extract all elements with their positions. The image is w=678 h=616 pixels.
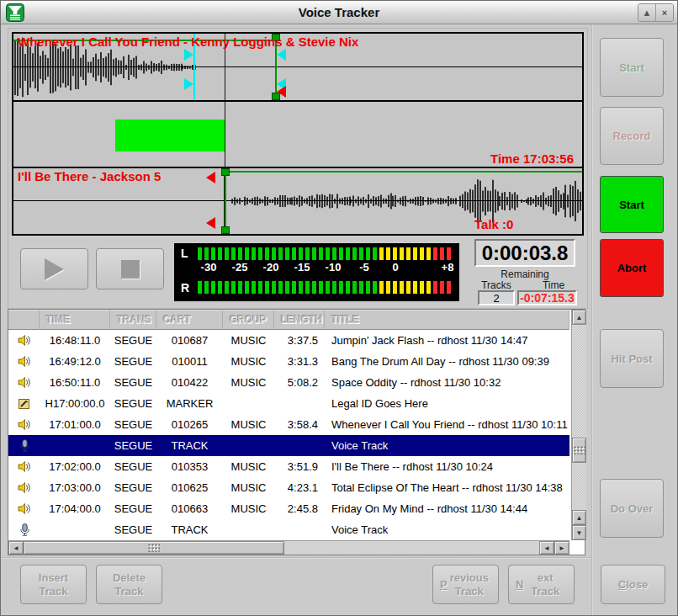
delete-track-button[interactable]: Delete Track (96, 565, 162, 604)
log-row[interactable]: 17:02:00.0SEGUE010353MUSIC3:51.9I'll Be … (8, 456, 569, 477)
column-header-time: TIME (40, 310, 110, 330)
vu-segment (272, 247, 276, 260)
vertical-scrollbar[interactable]: ▲ ▲ ▼ (571, 310, 586, 540)
vu-segment (245, 247, 249, 260)
vu-segment (373, 281, 377, 294)
speaker-icon (8, 456, 40, 477)
mic-icon (8, 435, 40, 456)
horizontal-scroll-thumb[interactable] (24, 541, 284, 555)
end-marker-icon[interactable] (277, 86, 286, 98)
vertical-scroll-track[interactable] (572, 325, 586, 510)
log-row[interactable]: 16:49:12.0SEGUE010011MUSIC3:31.3Bang The… (8, 351, 569, 372)
track2-start-marker[interactable] (225, 168, 226, 234)
log-row[interactable]: SEGUETRACKVoice Track (8, 519, 569, 540)
vu-segment (285, 281, 289, 294)
cell-time: 16:49:12.0 (40, 351, 110, 372)
cell-cart: MARKER (156, 393, 223, 414)
cell-time: 16:50:11.0 (40, 372, 110, 393)
cell-length: 3:58.4 (274, 414, 325, 435)
log-row[interactable]: 16:50:11.0SEGUE010422MUSIC5:08.2Space Od… (8, 372, 569, 393)
scroll-up-button[interactable]: ▲ (572, 310, 586, 325)
vu-segment (272, 281, 276, 294)
horizontal-scrollbar[interactable]: ◄ ◄ ► (8, 540, 569, 555)
start-playback-button[interactable]: Start (600, 38, 664, 97)
vu-segment (231, 281, 236, 294)
start-marker-icon[interactable] (206, 172, 215, 183)
vu-segment (278, 281, 283, 294)
cell-group: MUSIC (223, 477, 274, 498)
remaining-label: Remaining (474, 268, 575, 280)
vu-scale: -30-25-20-15-10-50+8 (174, 261, 459, 275)
vu-segment (265, 247, 269, 260)
start-handle-bottom[interactable] (221, 226, 230, 234)
cell-length (274, 519, 325, 540)
play-button[interactable] (20, 248, 88, 289)
vu-segment (225, 247, 229, 260)
start-next-button[interactable]: Start (600, 176, 664, 233)
close-window-button[interactable]: × (655, 4, 673, 21)
record-button[interactable]: Record (600, 107, 664, 165)
stop-button[interactable] (96, 248, 164, 289)
next-track-button[interactable]: Next Track (508, 565, 575, 604)
voice-track-panel[interactable]: Time 17:03:56 (13, 102, 582, 168)
do-over-button[interactable]: Do Over (600, 479, 664, 538)
vu-segment (440, 281, 444, 294)
track2-waveform-panel[interactable]: I'll Be There - Jackson 5 Talk :0 (13, 168, 582, 234)
abort-button[interactable]: Abort (600, 239, 664, 297)
cell-cart: 010265 (156, 414, 223, 435)
fade-marker-icon[interactable] (184, 49, 193, 61)
voice-track-region[interactable] (115, 119, 225, 151)
cell-trans: SEGUE (110, 330, 156, 351)
start-marker-icon[interactable] (206, 217, 215, 229)
scroll-right-button[interactable]: ► (554, 541, 569, 555)
cell-time: 17:01:00.0 (40, 414, 110, 435)
log-row[interactable]: 17:04:00.0SEGUE010663MUSIC2:45.8Friday O… (8, 498, 569, 519)
log-row[interactable]: 17:03:00.0SEGUE010625MUSIC4:23.1Total Ec… (8, 477, 569, 498)
cell-group (223, 393, 274, 414)
cell-cart: 010011 (156, 351, 223, 372)
cell-length: 3:31.3 (274, 351, 325, 372)
vu-segment (426, 281, 431, 294)
scroll-left-button-alt[interactable]: ◄ (539, 541, 554, 555)
cell-title: Jumpin' Jack Flash -- rdhost 11/30 14:47 (325, 330, 569, 351)
vu-segment (312, 247, 316, 260)
window-title: Voice Tracker (1, 1, 677, 24)
scroll-down-button[interactable]: ▼ (572, 525, 586, 540)
stop-icon (121, 260, 140, 279)
cell-length: 2:45.8 (274, 498, 325, 519)
shade-window-button[interactable]: ▲ (638, 4, 655, 21)
horizontal-scroll-track[interactable] (284, 541, 539, 555)
fade-marker-icon[interactable] (277, 49, 286, 61)
close-icon: × (662, 8, 667, 18)
cell-time: 17:02:00.0 (40, 456, 110, 477)
log-row[interactable]: H17:00:00.0SEGUEMARKERLegal ID Goes Here (8, 393, 569, 414)
scroll-left-button[interactable]: ◄ (8, 541, 24, 555)
log-row[interactable]: SEGUETRACKVoice Track (8, 435, 569, 456)
previous-track-button[interactable]: Previous Track (432, 565, 499, 604)
titlebar[interactable]: Voice Tracker ▲ × (1, 1, 677, 24)
track1-waveform-panel[interactable]: Whenever I Call You Friend - Kenny Loggi… (13, 34, 582, 102)
vu-segment (346, 247, 350, 260)
log-row[interactable]: 16:48:11.0SEGUE010687MUSIC3:37.5Jumpin' … (8, 330, 569, 351)
cell-time (40, 435, 110, 456)
cell-group (223, 519, 274, 540)
scroll-up-button-alt[interactable]: ▲ (572, 510, 586, 525)
vertical-scroll-thumb[interactable] (572, 438, 586, 463)
vu-segment (299, 247, 303, 260)
close-button[interactable]: Close (601, 565, 665, 604)
vu-segment (373, 247, 377, 260)
cell-length: 4:23.1 (274, 477, 325, 498)
vu-segment (252, 281, 256, 294)
insert-track-button[interactable]: Insert Track (20, 565, 87, 604)
cell-time: 16:48:11.0 (40, 330, 110, 351)
cell-trans: SEGUE (110, 372, 156, 393)
hit-post-button[interactable]: Hit Post (600, 329, 664, 388)
cell-group: MUSIC (223, 330, 274, 351)
fade-marker-icon[interactable] (184, 78, 193, 90)
talk-label: Talk :0 (474, 217, 513, 231)
column-header-group: GROUP (223, 310, 274, 330)
vu-segment (447, 281, 451, 294)
log-row[interactable]: 17:01:00.0SEGUE010265MUSIC3:58.4Whenever… (8, 414, 569, 435)
start-handle-top[interactable] (221, 168, 230, 176)
vu-segment (299, 281, 303, 294)
